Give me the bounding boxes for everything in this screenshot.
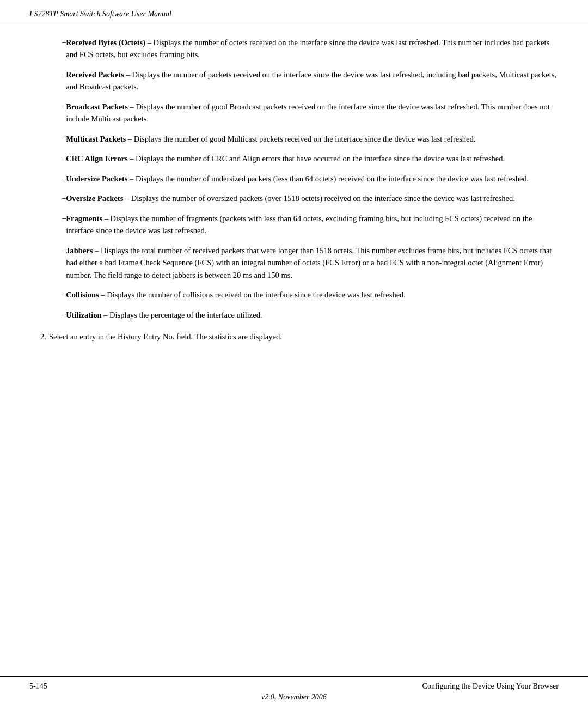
bullet-dash: – <box>29 133 66 145</box>
list-item: –CRC Align Errors – Displays the number … <box>29 153 559 165</box>
bullet-dash: – <box>29 212 66 224</box>
list-item: –Oversize Packets – Displays the number … <box>29 192 559 204</box>
bullet-list: –Received Bytes (Octets) – Displays the … <box>29 36 559 321</box>
page-footer: 5-145 Configuring the Device Using Your … <box>0 676 588 706</box>
list-item: –Broadcast Packets – Displays the number… <box>29 101 559 125</box>
bullet-text: Received Bytes (Octets) – Displays the n… <box>66 36 559 61</box>
bullet-text: Utilization – Displays the percentage of… <box>66 309 559 321</box>
header-title: FS728TP Smart Switch Software User Manua… <box>29 10 171 19</box>
page-content: –Received Bytes (Octets) – Displays the … <box>0 23 588 676</box>
list-item: –Collisions – Displays the number of col… <box>29 289 559 301</box>
bullet-dash: – <box>29 69 66 81</box>
bullet-text: Multicast Packets – Displays the number … <box>66 133 559 145</box>
footer-version: v2.0, November 2006 <box>261 693 327 702</box>
page-header: FS728TP Smart Switch Software User Manua… <box>0 0 588 23</box>
list-item: –Undersize Packets – Displays the number… <box>29 173 559 185</box>
footer-chapter: Configuring the Device Using Your Browse… <box>422 682 559 691</box>
bullet-text: Jabbers – Displays the total number of r… <box>66 245 559 281</box>
numbered-item: 2.Select an entry in the History Entry N… <box>29 331 559 343</box>
bullet-text: Oversize Packets – Displays the number o… <box>66 192 559 204</box>
bullet-dash: – <box>29 309 66 321</box>
bullet-text: Undersize Packets – Displays the number … <box>66 173 559 185</box>
list-item: –Fragments – Displays the number of frag… <box>29 212 559 237</box>
list-item: –Received Bytes (Octets) – Displays the … <box>29 36 559 61</box>
bullet-text: CRC Align Errors – Displays the number o… <box>66 153 559 165</box>
bullet-dash: – <box>29 245 66 257</box>
list-item: –Multicast Packets – Displays the number… <box>29 133 559 145</box>
bullet-dash: – <box>29 36 66 48</box>
bullet-text: Fragments – Displays the number of fragm… <box>66 212 559 237</box>
numbered-text: Select an entry in the History Entry No.… <box>49 331 559 343</box>
bullet-dash: – <box>29 192 66 204</box>
footer-page-number: 5-145 <box>29 682 47 691</box>
list-item: –Utilization – Displays the percentage o… <box>29 309 559 321</box>
numbered-marker: 2. <box>29 331 49 343</box>
bullet-text: Collisions – Displays the number of coll… <box>66 289 559 301</box>
footer-row: 5-145 Configuring the Device Using Your … <box>29 682 559 691</box>
numbered-list: 2.Select an entry in the History Entry N… <box>29 331 559 343</box>
bullet-text: Received Packets – Displays the number o… <box>66 69 559 93</box>
page-container: FS728TP Smart Switch Software User Manua… <box>0 0 588 706</box>
bullet-dash: – <box>29 173 66 185</box>
list-item: –Jabbers – Displays the total number of … <box>29 245 559 281</box>
bullet-dash: – <box>29 289 66 301</box>
bullet-text: Broadcast Packets – Displays the number … <box>66 101 559 125</box>
bullet-dash: – <box>29 153 66 165</box>
list-item: –Received Packets – Displays the number … <box>29 69 559 93</box>
bullet-dash: – <box>29 101 66 113</box>
